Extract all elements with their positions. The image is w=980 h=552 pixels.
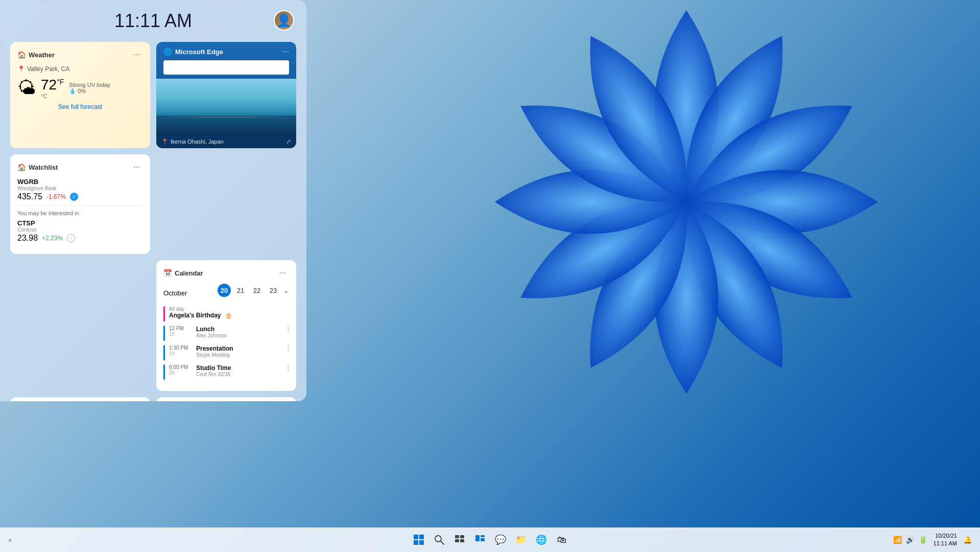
weather-header: 🏠 Weather ··· [17, 49, 143, 60]
widgets-row-1: 🏠 Weather ··· 📍 Valley Park, CA 🌤 72°F [10, 42, 296, 148]
temperature-value: 72°F [41, 77, 64, 93]
edge-title-row: 🌐 Microsoft Edge [163, 48, 223, 56]
uv-index: Strong UV today [69, 82, 110, 88]
stock-item-wgrb: WGRB Woodgrove Bank 435.75 -1.67% ✓ [17, 178, 143, 201]
search-taskbar-button[interactable] [431, 532, 447, 548]
watchlist-menu-button[interactable]: ··· [130, 162, 143, 173]
event-bar-studio [163, 364, 165, 380]
cal-event-lunch: 12 PM1h Lunch Alex Johnson [163, 326, 289, 341]
edge-browser-icon: 🌐 [163, 48, 172, 56]
user-avatar[interactable] [274, 10, 294, 31]
time-display: 11:11 AM [10, 10, 296, 32]
stock-ticker-2: CTSP [17, 219, 143, 227]
calendar-dates: 20 21 22 23 ⌄ [218, 284, 289, 297]
weather-icon-house: 🏠 [17, 51, 26, 59]
watchlist-home-icon: 🏠 [17, 163, 26, 171]
see-full-forecast-link[interactable]: See full forecast [17, 103, 143, 110]
stock-change-1: -1.67% [46, 193, 66, 200]
taskbar-time: 11:11 AM [934, 540, 957, 547]
event-content-studio: 6:00 PM3h [169, 364, 192, 376]
edge-title: Microsoft Edge [175, 48, 223, 56]
event-sub-lunch: Alex Johnson [196, 333, 227, 338]
store-icon: 🛍 [557, 535, 566, 545]
calendar-chevron-icon[interactable]: ⌄ [283, 286, 289, 294]
event-time-studio: 6:00 PM3h [169, 364, 192, 376]
water-reflection [156, 116, 296, 135]
windows-bloom [495, 10, 878, 394]
precipitation: 💧 0% [69, 88, 110, 95]
start-button[interactable] [411, 532, 427, 548]
clock-time: 11:11 AM [114, 10, 192, 32]
stock-price-2: 23.98 [17, 234, 38, 243]
dot-s1 [288, 364, 289, 366]
svg-rect-6 [455, 535, 459, 538]
watchlist-divider [17, 205, 143, 206]
calendar-menu-button[interactable]: ··· [276, 267, 289, 279]
weather-widget: 🏠 Weather ··· 📍 Valley Park, CA 🌤 72°F [10, 42, 150, 148]
system-tray-icons: 📶 🔊 🔋 [893, 536, 927, 544]
dot-2 [288, 328, 289, 330]
cal-date-22[interactable]: 22 [250, 284, 264, 297]
widgets-taskbar-button[interactable] [472, 532, 488, 548]
taskbar-datetime[interactable]: 10/20/21 11:11 AM [934, 532, 957, 548]
event-dots-studio [288, 364, 289, 371]
cal-event-studio: 6:00 PM3h Studio Time Conf Rm 32/35 [163, 364, 289, 380]
weather-title: Weather [29, 51, 55, 59]
watchlist-widget: 🏠 Watchlist ··· WGRB Woodgrove Bank 435.… [10, 154, 150, 254]
birthday-cake-icon: 🎂 [225, 312, 232, 319]
network-icon[interactable]: 📶 [893, 536, 902, 544]
event-time-presentation: 1:30 PM1h [169, 345, 192, 356]
taskbar-center-icons: 💬 📁 🌐 🛍 [411, 532, 570, 548]
cal-date-23[interactable]: 23 [267, 284, 280, 297]
event-title-presentation: Presentation [196, 345, 233, 352]
widgets-row-2: 🏠 Watchlist ··· WGRB Woodgrove Bank 435.… [10, 154, 296, 391]
task-view-button[interactable] [451, 532, 468, 548]
calendar-icon: 📅 [163, 269, 172, 277]
store-button[interactable]: 🛍 [554, 532, 570, 548]
taskbar-date: 10/20/21 [934, 532, 957, 540]
taskbar-right-area: 📶 🔊 🔋 10/20/21 11:11 AM 🔔 [893, 532, 972, 548]
widgets-taskbar-icon [475, 535, 485, 545]
cal-event-birthday: All day Angela's Birthday 🎂 [163, 306, 289, 321]
watchlist-suggest: You may be interested in [17, 210, 143, 216]
dot-3 [288, 331, 289, 332]
rain-icon: 💧 [69, 88, 76, 95]
notification-icon[interactable]: 🔔 [963, 536, 972, 544]
event-sub-presentation: Skype Meeting [196, 352, 233, 358]
cal-date-21[interactable]: 21 [234, 284, 247, 297]
edge-menu-button[interactable]: ··· [282, 47, 289, 56]
svg-point-4 [435, 536, 441, 542]
edge-search-bar[interactable] [163, 60, 289, 75]
dot-p2 [288, 348, 289, 349]
stock-ticker-1: WGRB [17, 178, 143, 186]
svg-rect-0 [414, 535, 418, 539]
svg-rect-8 [455, 539, 459, 542]
tray-expand-icon[interactable]: ∧ [8, 537, 12, 543]
location-pin-icon: 📍 [17, 65, 25, 73]
edge-browser-button[interactable]: 🌐 [533, 532, 549, 548]
weather-menu-button[interactable]: ··· [130, 49, 143, 60]
svg-rect-3 [419, 540, 424, 545]
stock-row-2: 23.98 +2.23% i [17, 234, 143, 243]
weather-unit-toggle: °C [41, 93, 64, 99]
svg-rect-2 [414, 540, 418, 545]
file-explorer-button[interactable]: 📁 [513, 532, 529, 548]
edge-expand-icon[interactable]: ⤢ [286, 138, 291, 145]
stock-price-1: 435.75 [17, 192, 42, 201]
battery-icon[interactable]: 🔋 [919, 536, 927, 544]
watchlist-title-row: 🏠 Watchlist [17, 163, 58, 171]
edge-image [156, 79, 296, 135]
edge-location-bar: 📍 Ikema Ohashi, Japan ⤢ [156, 135, 296, 148]
event-bar-presentation [163, 345, 165, 360]
cal-date-20[interactable]: 20 [218, 284, 231, 297]
event-title-studio: Studio Time [196, 364, 231, 372]
stock-row-1: 435.75 -1.67% ✓ [17, 192, 143, 201]
stock-company-1: Woodgrove Bank [17, 186, 143, 191]
sound-icon[interactable]: 🔊 [906, 536, 915, 544]
stock-item-ctsp: CTSP Contoso 23.98 +2.23% i [17, 219, 143, 243]
event-details-presentation: Presentation Skype Meeting [196, 345, 233, 358]
teams-chat-button[interactable]: 💬 [492, 532, 509, 548]
cal-event-presentation: 1:30 PM1h Presentation Skype Meeting [163, 345, 289, 360]
watchlist-title: Watchlist [29, 164, 58, 171]
event-details-studio: Studio Time Conf Rm 32/35 [196, 364, 231, 377]
